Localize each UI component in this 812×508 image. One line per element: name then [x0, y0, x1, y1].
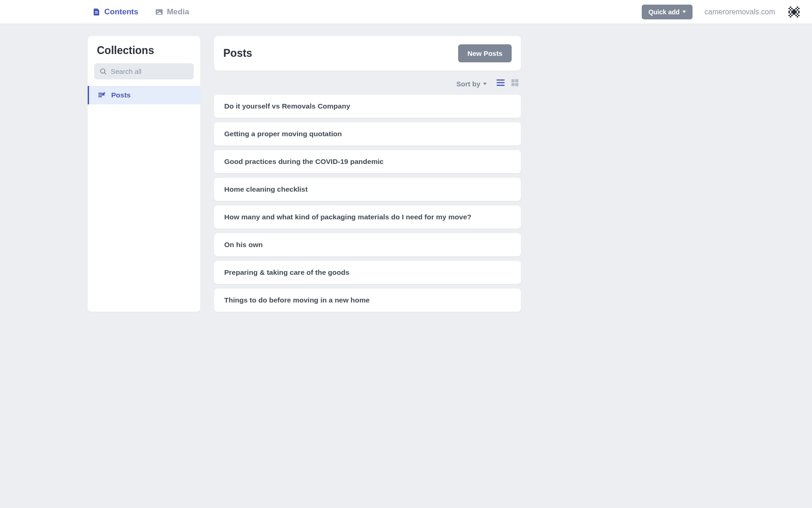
search-icon — [100, 68, 107, 75]
panel-header: Posts New Posts — [214, 36, 521, 71]
svg-rect-5 — [798, 8, 800, 9]
posts-list: Do it yourself vs Removals Company Getti… — [214, 95, 521, 312]
sort-by-dropdown[interactable]: Sort by — [456, 80, 487, 88]
tab-media-label: Media — [167, 7, 189, 17]
posts-icon — [97, 91, 106, 99]
avatar[interactable] — [787, 5, 801, 19]
document-icon — [92, 8, 101, 16]
svg-rect-0 — [790, 6, 791, 8]
svg-rect-27 — [790, 16, 791, 18]
svg-rect-16 — [791, 12, 793, 13]
list-item[interactable]: On his own — [214, 233, 521, 256]
svg-rect-12 — [793, 11, 795, 13]
topbar-nav: Contents Media — [92, 7, 189, 17]
svg-rect-36 — [512, 83, 515, 86]
post-title: Home cleaning checklist — [224, 185, 511, 194]
sidebar-item-label: Posts — [111, 91, 131, 99]
svg-rect-4 — [795, 8, 797, 9]
svg-rect-20 — [793, 13, 794, 15]
svg-rect-10 — [788, 11, 790, 12]
sort-by-label: Sort by — [456, 80, 480, 88]
svg-rect-25 — [795, 15, 797, 16]
post-title: Things to do before moving in a new home — [224, 296, 511, 304]
svg-rect-23 — [788, 15, 790, 16]
list-item[interactable]: Things to do before moving in a new home — [214, 289, 521, 312]
chevron-down-icon — [682, 11, 686, 13]
list-item[interactable]: Home cleaning checklist — [214, 178, 521, 201]
svg-rect-15 — [788, 12, 790, 13]
image-icon — [155, 8, 163, 16]
post-title: Good practices during the COVID-19 pande… — [224, 157, 511, 166]
tab-contents-label: Contents — [104, 7, 138, 17]
svg-rect-34 — [512, 79, 515, 83]
svg-rect-22 — [797, 13, 798, 15]
svg-rect-3 — [791, 8, 793, 9]
view-list-button[interactable] — [496, 78, 505, 89]
list-item[interactable]: Good practices during the COVID-19 pande… — [214, 150, 521, 173]
sidebar-item-posts[interactable]: Posts — [88, 86, 200, 104]
quick-add-label: Quick add — [648, 8, 680, 16]
new-post-button[interactable]: New Posts — [458, 44, 512, 62]
post-title: Preparing & taking care of the goods — [224, 268, 511, 277]
content-area: Collections Posts Posts New Posts Sort b… — [0, 24, 812, 312]
svg-rect-19 — [790, 13, 791, 15]
list-controls: Sort by — [214, 71, 521, 95]
main-panel: Posts New Posts Sort by Do it yourself v… — [214, 36, 521, 312]
svg-rect-13 — [795, 11, 797, 12]
list-icon — [496, 78, 505, 87]
svg-rect-17 — [795, 12, 797, 13]
topbar: Contents Media Quick add cameroremovals.… — [0, 0, 812, 24]
list-item[interactable]: How many and what kind of packaging mate… — [214, 206, 521, 229]
domain-text[interactable]: cameroremovals.com — [705, 8, 775, 16]
view-grid-button[interactable] — [511, 79, 519, 89]
page-title: Posts — [223, 47, 252, 60]
svg-rect-7 — [793, 9, 794, 11]
svg-point-29 — [101, 69, 105, 73]
sidebar: Collections Posts — [88, 36, 200, 312]
svg-rect-21 — [794, 13, 795, 15]
sidebar-header: Collections — [88, 36, 200, 63]
svg-rect-9 — [797, 9, 798, 11]
svg-rect-18 — [798, 12, 800, 13]
svg-rect-35 — [515, 79, 519, 83]
svg-rect-8 — [794, 9, 795, 11]
post-title: On his own — [224, 241, 511, 249]
svg-rect-28 — [797, 16, 798, 18]
post-title: How many and what kind of packaging mate… — [224, 213, 511, 221]
svg-rect-26 — [798, 15, 800, 16]
svg-rect-2 — [788, 8, 790, 9]
svg-rect-6 — [790, 9, 791, 11]
post-title: Do it yourself vs Removals Company — [224, 102, 511, 110]
svg-rect-1 — [797, 6, 798, 8]
grid-icon — [511, 79, 519, 87]
svg-rect-24 — [791, 15, 793, 16]
sidebar-title: Collections — [97, 44, 191, 57]
svg-rect-14 — [798, 11, 800, 12]
tab-contents[interactable]: Contents — [92, 7, 138, 17]
quick-add-button[interactable]: Quick add — [642, 5, 693, 19]
list-item[interactable]: Do it yourself vs Removals Company — [214, 95, 521, 118]
list-item[interactable]: Preparing & taking care of the goods — [214, 261, 521, 284]
chevron-down-icon — [483, 83, 487, 85]
topbar-right: Quick add cameroremovals.com — [642, 5, 801, 19]
post-title: Getting a proper moving quotation — [224, 130, 511, 138]
svg-rect-11 — [791, 11, 793, 12]
search-input[interactable] — [111, 67, 188, 75]
search-wrap — [88, 63, 200, 86]
svg-rect-37 — [515, 83, 519, 86]
search-box[interactable] — [94, 63, 194, 79]
view-toggles — [496, 78, 519, 89]
tab-media[interactable]: Media — [155, 7, 189, 17]
svg-line-30 — [104, 73, 106, 74]
list-item[interactable]: Getting a proper moving quotation — [214, 122, 521, 145]
